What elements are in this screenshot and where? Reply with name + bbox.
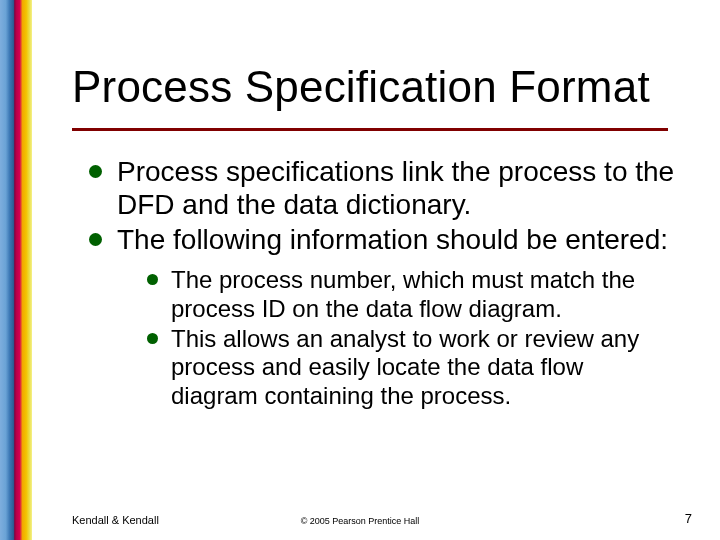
bullet-text: Process specifications link the process … [117, 156, 674, 220]
bullet-text: The following information should be ente… [117, 224, 668, 255]
footer-page-number: 7 [685, 511, 692, 526]
bullet-item: Process specifications link the process … [85, 156, 675, 222]
bullet-list: Process specifications link the process … [85, 156, 675, 410]
title-underline [72, 128, 668, 131]
sub-bullet-list: The process number, which must match the… [117, 266, 675, 410]
sub-bullet-item: This allows an analyst to work or review… [145, 325, 675, 410]
slide-title: Process Specification Format [72, 62, 650, 112]
slide-body: Process specifications link the process … [85, 156, 675, 412]
sub-bullet-item: The process number, which must match the… [145, 266, 675, 323]
sub-bullet-text: The process number, which must match the… [171, 266, 635, 321]
decorative-side-stripe [0, 0, 32, 540]
sub-bullet-text: This allows an analyst to work or review… [171, 325, 639, 409]
slide: Process Specification Format Process spe… [0, 0, 720, 540]
bullet-item: The following information should be ente… [85, 224, 675, 410]
footer-copyright: © 2005 Pearson Prentice Hall [0, 516, 720, 526]
